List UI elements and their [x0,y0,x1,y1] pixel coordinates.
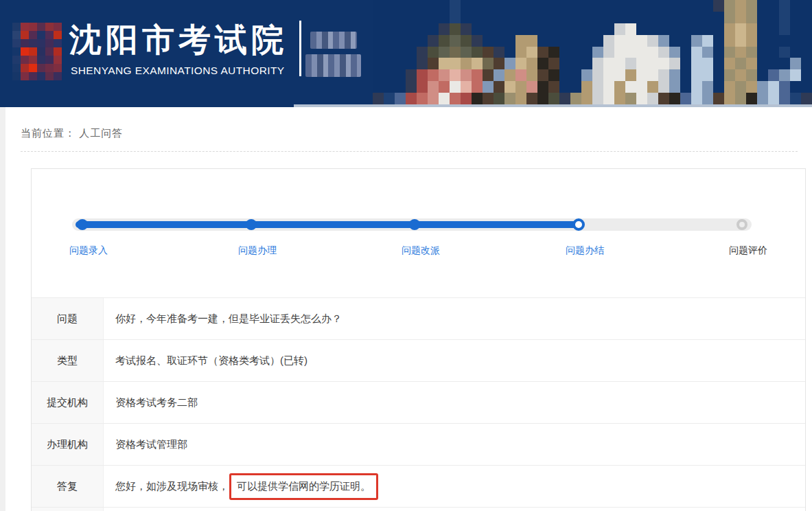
photo-pixel [592,47,603,58]
photo-pixel [406,12,417,23]
photo-pixel [724,0,735,12]
photo-pixel [702,58,713,69]
row-value: 资格考试考务二部 [104,382,805,423]
photo-pixel [757,47,768,58]
photo-pixel [801,47,812,58]
photo-pixel [461,23,472,35]
photo-pixel [461,47,472,58]
photo-pixel [548,81,559,93]
photo-pixel [592,0,603,12]
photo-pixel [537,93,548,104]
photo-pixel [515,58,526,69]
photo-pixel [373,58,384,69]
photo-pixel [691,23,702,35]
photo-pixel [724,69,735,81]
photo-pixel [537,12,548,23]
photo-pixel [570,47,581,58]
row-value: 考试报名、取证环节（资格类考试）(已转) [104,340,805,381]
detail-table: 问题你好，今年准备考一建，但是毕业证丢失怎么办？类型考试报名、取证环节（资格类考… [32,297,805,511]
step-label-5: 问题评价 [704,245,793,257]
logo-pixel [21,64,29,72]
photo-pixel [746,0,757,12]
photo-pixel [691,12,702,23]
photo-pixel [450,12,461,23]
photo-pixel [395,23,406,35]
logo-pixel [12,56,21,64]
photo-pixel [417,81,428,93]
photo-pixel [614,12,625,23]
photo-pixel [735,81,746,93]
photo-pixel [570,35,581,47]
row-label: 答复 [32,466,104,507]
photo-pixel [614,81,625,93]
photo-pixel [515,93,526,104]
row-label [32,508,104,511]
photo-pixel [614,69,625,81]
photo-pixel [504,23,515,35]
photo-pixel [406,81,417,93]
photo-pixel [483,93,494,104]
photo-pixel [548,47,559,58]
page-left-edge [0,107,5,511]
logo-pixel [54,39,62,47]
photo-pixel [581,47,592,58]
photo-pixel [450,69,461,81]
photo-pixel [603,12,614,23]
row-label: 问题 [32,298,104,339]
photo-pixel [439,23,450,35]
table-row: 类型考试报名、取证环节（资格类考试）(已转) [32,340,805,382]
step-dot-4 [572,218,585,231]
photo-pixel [636,35,647,47]
photo-pixel [658,47,669,58]
photo-pixel [735,35,746,47]
photo-pixel [461,12,472,23]
breadcrumb-label: 当前位置： [21,127,76,139]
logo-pixel [37,47,45,56]
photo-pixel [702,0,713,12]
photo-pixel [746,81,757,93]
step-dot-5 [736,219,747,230]
photo-pixel [515,23,526,35]
photo-pixel [515,47,526,58]
photo-pixel [559,69,570,81]
photo-pixel [494,47,504,58]
photo-pixel [417,12,428,23]
photo-pixel [746,69,757,81]
photo-pixel [691,81,702,93]
org-title-cn: 沈阳市考试院 [69,22,288,58]
photo-pixel [735,69,746,81]
blurred-text-block [310,32,357,49]
logo-pixel [21,56,29,64]
table-row: 提交机构资格考试考务二部 [32,382,805,424]
photo-pixel [757,12,768,23]
photo-pixel [504,58,515,69]
photo-pixel [428,47,439,58]
photo-pixel [373,93,384,104]
photo-pixel [450,93,461,104]
photo-pixel [373,35,384,47]
photo-pixel [768,93,779,104]
logo-pixel [37,39,45,47]
photo-pixel [395,93,406,104]
photo-pixel [537,0,548,12]
logo-pixel [37,56,45,64]
photo-pixel [384,58,395,69]
photo-pixel [647,47,658,58]
photo-pixel [768,0,779,12]
logo-pixel [45,64,54,72]
photo-pixel [658,0,669,12]
photo-pixel [461,81,472,93]
photo-pixel [779,0,790,12]
photo-pixel [779,23,790,35]
photo-pixel [548,58,559,69]
photo-pixel [537,47,548,58]
photo-pixel [713,0,724,12]
breadcrumb-separator [21,151,798,152]
photo-pixel [592,35,603,47]
photo-pixel [647,93,658,104]
photo-pixel [669,0,680,12]
photo-pixel [428,93,439,104]
logo-pixel [54,64,62,72]
photo-pixel [559,35,570,47]
photo-pixel [548,0,559,12]
